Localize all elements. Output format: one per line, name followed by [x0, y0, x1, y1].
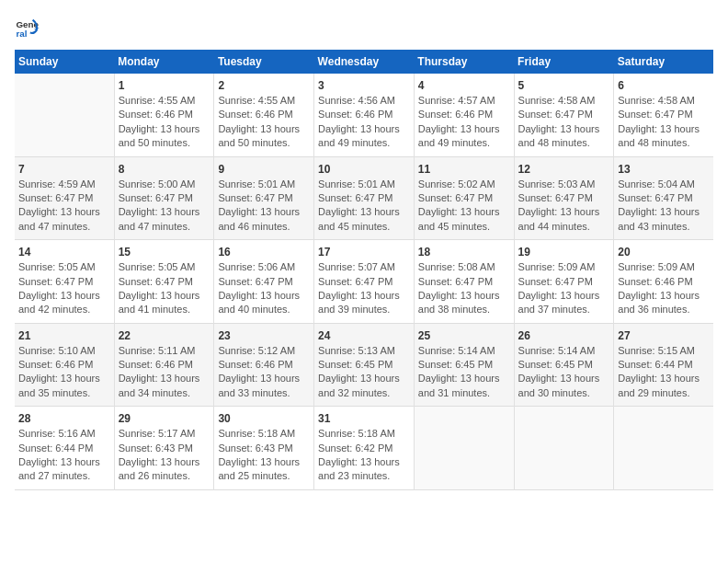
calendar-header: SundayMondayTuesdayWednesdayThursdayFrid…: [15, 50, 713, 74]
calendar-cell: 17Sunrise: 5:07 AM Sunset: 6:47 PM Dayli…: [314, 240, 415, 324]
day-number: 23: [218, 329, 310, 342]
day-info: Sunrise: 5:16 AM Sunset: 6:44 PM Dayligh…: [18, 427, 110, 484]
calendar-cell: 7Sunrise: 4:59 AM Sunset: 6:47 PM Daylig…: [15, 156, 114, 240]
calendar-cell: [614, 407, 713, 490]
calendar-cell: 24Sunrise: 5:13 AM Sunset: 6:45 PM Dayli…: [314, 323, 415, 407]
logo: Gene ral: [15, 15, 44, 40]
calendar-cell: 25Sunrise: 5:14 AM Sunset: 6:45 PM Dayli…: [414, 323, 514, 407]
calendar-cell: 3Sunrise: 4:56 AM Sunset: 6:46 PM Daylig…: [314, 74, 415, 156]
calendar-cell: 8Sunrise: 5:00 AM Sunset: 6:47 PM Daylig…: [114, 156, 214, 240]
day-number: 15: [119, 246, 210, 259]
calendar-cell: [15, 74, 114, 156]
day-number: 6: [618, 79, 710, 92]
day-number: 13: [618, 163, 710, 176]
weekday-header: Friday: [514, 50, 614, 74]
weekday-header: Saturday: [614, 50, 713, 74]
svg-text:ral: ral: [16, 29, 27, 39]
calendar-cell: 15Sunrise: 5:05 AM Sunset: 6:47 PM Dayli…: [114, 240, 214, 324]
day-info: Sunrise: 4:55 AM Sunset: 6:46 PM Dayligh…: [218, 94, 310, 151]
day-info: Sunrise: 5:01 AM Sunset: 6:47 PM Dayligh…: [318, 178, 410, 235]
weekday-header: Monday: [114, 50, 214, 74]
calendar-cell: 29Sunrise: 5:17 AM Sunset: 6:43 PM Dayli…: [114, 407, 214, 490]
calendar-cell: 4Sunrise: 4:57 AM Sunset: 6:46 PM Daylig…: [414, 74, 514, 156]
weekday-header: Wednesday: [314, 50, 415, 74]
day-number: 26: [518, 329, 610, 342]
calendar-cell: 16Sunrise: 5:06 AM Sunset: 6:47 PM Dayli…: [214, 240, 314, 324]
day-number: 29: [119, 412, 210, 425]
calendar-cell: [414, 407, 514, 490]
day-number: 7: [18, 163, 110, 176]
calendar-cell: 20Sunrise: 5:09 AM Sunset: 6:46 PM Dayli…: [614, 240, 713, 324]
calendar-cell: 21Sunrise: 5:10 AM Sunset: 6:46 PM Dayli…: [15, 323, 114, 407]
calendar-week-row: 1Sunrise: 4:55 AM Sunset: 6:46 PM Daylig…: [15, 74, 713, 156]
day-info: Sunrise: 5:14 AM Sunset: 6:45 PM Dayligh…: [518, 344, 610, 401]
day-number: 5: [518, 79, 610, 92]
calendar-cell: 13Sunrise: 5:04 AM Sunset: 6:47 PM Dayli…: [614, 156, 713, 240]
day-info: Sunrise: 5:17 AM Sunset: 6:43 PM Dayligh…: [119, 427, 210, 484]
day-number: 10: [318, 163, 410, 176]
day-info: Sunrise: 4:56 AM Sunset: 6:46 PM Dayligh…: [318, 94, 410, 151]
day-info: Sunrise: 5:09 AM Sunset: 6:46 PM Dayligh…: [618, 260, 710, 317]
day-info: Sunrise: 5:18 AM Sunset: 6:43 PM Dayligh…: [218, 427, 310, 484]
day-info: Sunrise: 5:00 AM Sunset: 6:47 PM Dayligh…: [119, 178, 210, 235]
day-number: 12: [518, 163, 610, 176]
weekday-header: Thursday: [414, 50, 514, 74]
calendar-cell: 22Sunrise: 5:11 AM Sunset: 6:46 PM Dayli…: [114, 323, 214, 407]
calendar-cell: 18Sunrise: 5:08 AM Sunset: 6:47 PM Dayli…: [414, 240, 514, 324]
calendar-cell: 11Sunrise: 5:02 AM Sunset: 6:47 PM Dayli…: [414, 156, 514, 240]
day-info: Sunrise: 5:07 AM Sunset: 6:47 PM Dayligh…: [318, 260, 410, 317]
day-info: Sunrise: 4:58 AM Sunset: 6:47 PM Dayligh…: [518, 94, 610, 151]
calendar-cell: 9Sunrise: 5:01 AM Sunset: 6:47 PM Daylig…: [214, 156, 314, 240]
calendar-cell: 30Sunrise: 5:18 AM Sunset: 6:43 PM Dayli…: [214, 407, 314, 490]
calendar-week-row: 28Sunrise: 5:16 AM Sunset: 6:44 PM Dayli…: [15, 407, 713, 490]
calendar-cell: [514, 407, 614, 490]
day-info: Sunrise: 5:06 AM Sunset: 6:47 PM Dayligh…: [218, 260, 310, 317]
calendar-week-row: 7Sunrise: 4:59 AM Sunset: 6:47 PM Daylig…: [15, 156, 713, 240]
calendar-cell: 5Sunrise: 4:58 AM Sunset: 6:47 PM Daylig…: [514, 74, 614, 156]
day-info: Sunrise: 5:14 AM Sunset: 6:45 PM Dayligh…: [418, 344, 510, 401]
day-info: Sunrise: 5:09 AM Sunset: 6:47 PM Dayligh…: [518, 260, 610, 317]
calendar-cell: 28Sunrise: 5:16 AM Sunset: 6:44 PM Dayli…: [15, 407, 114, 490]
day-number: 28: [18, 412, 110, 425]
calendar-cell: 6Sunrise: 4:58 AM Sunset: 6:47 PM Daylig…: [614, 74, 713, 156]
page-header: Gene ral: [15, 15, 713, 40]
day-number: 18: [418, 246, 510, 259]
calendar-cell: 12Sunrise: 5:03 AM Sunset: 6:47 PM Dayli…: [514, 156, 614, 240]
day-info: Sunrise: 4:55 AM Sunset: 6:46 PM Dayligh…: [119, 94, 210, 151]
day-number: 4: [418, 79, 510, 92]
calendar-week-row: 21Sunrise: 5:10 AM Sunset: 6:46 PM Dayli…: [15, 323, 713, 407]
day-info: Sunrise: 5:13 AM Sunset: 6:45 PM Dayligh…: [318, 344, 410, 401]
day-number: 1: [119, 79, 210, 92]
day-number: 31: [318, 412, 410, 425]
day-info: Sunrise: 4:57 AM Sunset: 6:46 PM Dayligh…: [418, 94, 510, 151]
day-number: 24: [318, 329, 410, 342]
day-number: 2: [218, 79, 310, 92]
day-number: 14: [18, 246, 110, 259]
day-number: 27: [618, 329, 710, 342]
day-number: 8: [119, 163, 210, 176]
day-number: 17: [318, 246, 410, 259]
day-info: Sunrise: 5:18 AM Sunset: 6:42 PM Dayligh…: [318, 427, 410, 484]
day-info: Sunrise: 5:12 AM Sunset: 6:46 PM Dayligh…: [218, 344, 310, 401]
calendar-cell: 14Sunrise: 5:05 AM Sunset: 6:47 PM Dayli…: [15, 240, 114, 324]
day-info: Sunrise: 4:59 AM Sunset: 6:47 PM Dayligh…: [18, 178, 110, 235]
calendar-cell: 31Sunrise: 5:18 AM Sunset: 6:42 PM Dayli…: [314, 407, 415, 490]
weekday-header: Tuesday: [214, 50, 314, 74]
day-number: 19: [518, 246, 610, 259]
day-number: 25: [418, 329, 510, 342]
day-info: Sunrise: 5:02 AM Sunset: 6:47 PM Dayligh…: [418, 178, 510, 235]
day-info: Sunrise: 5:01 AM Sunset: 6:47 PM Dayligh…: [218, 178, 310, 235]
day-info: Sunrise: 4:58 AM Sunset: 6:47 PM Dayligh…: [618, 94, 710, 151]
calendar-cell: 19Sunrise: 5:09 AM Sunset: 6:47 PM Dayli…: [514, 240, 614, 324]
day-number: 21: [18, 329, 110, 342]
day-number: 20: [618, 246, 710, 259]
day-info: Sunrise: 5:03 AM Sunset: 6:47 PM Dayligh…: [518, 178, 610, 235]
logo-icon: Gene ral: [15, 15, 40, 40]
day-number: 3: [318, 79, 410, 92]
calendar-table: SundayMondayTuesdayWednesdayThursdayFrid…: [15, 50, 713, 490]
day-info: Sunrise: 5:08 AM Sunset: 6:47 PM Dayligh…: [418, 260, 510, 317]
day-info: Sunrise: 5:11 AM Sunset: 6:46 PM Dayligh…: [119, 344, 210, 401]
day-number: 9: [218, 163, 310, 176]
calendar-cell: 2Sunrise: 4:55 AM Sunset: 6:46 PM Daylig…: [214, 74, 314, 156]
day-info: Sunrise: 5:04 AM Sunset: 6:47 PM Dayligh…: [618, 178, 710, 235]
